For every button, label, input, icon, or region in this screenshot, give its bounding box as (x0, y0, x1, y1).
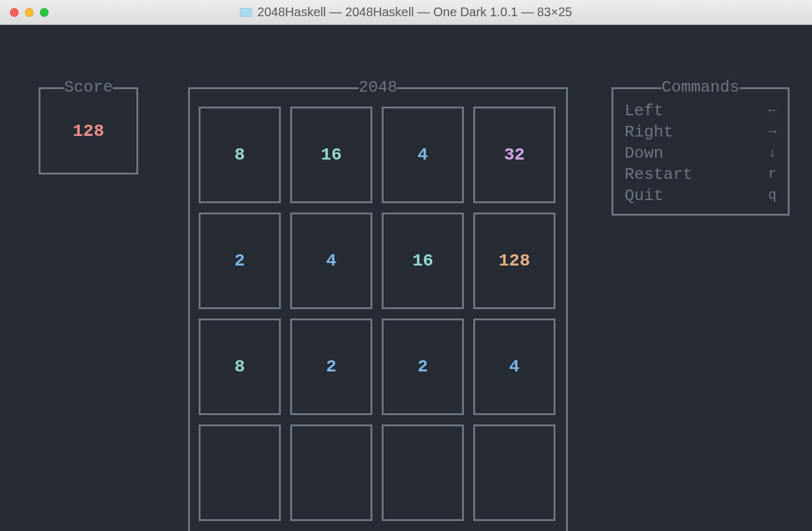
commands-label: Commands (662, 78, 740, 97)
command-name: Restart (625, 164, 692, 185)
tile-r1-c0: 2 (199, 213, 281, 309)
tile-r2-c3: 4 (473, 318, 555, 415)
command-row-left: Left← (625, 100, 777, 122)
tile-r2-c0: 8 (199, 318, 281, 415)
command-row-restart: Restartr (625, 164, 777, 185)
command-name: Left (625, 100, 663, 122)
tile-r1-c3: 128 (473, 213, 555, 309)
commands-panel: Commands Left←Right→Down↓RestartrQuitq (611, 87, 790, 216)
minimize-window-button[interactable] (25, 8, 34, 17)
command-key: q (768, 185, 777, 206)
command-key: ↓ (768, 143, 777, 164)
tile-r0-c1: 16 (290, 107, 372, 203)
command-key: ← (768, 100, 777, 122)
window-title: 2048Haskell — 2048Haskell — One Dark 1.0… (257, 5, 572, 19)
score-panel: Score 128 (39, 87, 138, 175)
commands-list: Left←Right→Down↓RestartrQuitq (613, 89, 788, 213)
command-row-right: Right→ (625, 122, 777, 143)
window-title-wrap: 2048Haskell — 2048Haskell — One Dark 1.0… (0, 5, 812, 19)
score-value: 128 (40, 89, 136, 173)
folder-icon (240, 8, 252, 17)
terminal-area[interactable]: Score 128 2048 81643224161288224 Command… (0, 25, 812, 531)
command-row-quit: Quitq (625, 185, 777, 206)
score-label: Score (64, 78, 113, 97)
tile-r3-c1 (290, 424, 372, 521)
tile-r2-c1: 2 (290, 318, 372, 415)
tile-r3-c2 (382, 424, 464, 521)
close-window-button[interactable] (10, 8, 19, 17)
tile-r3-c0 (199, 424, 281, 521)
command-key: → (768, 122, 777, 143)
tile-r1-c1: 4 (290, 213, 372, 309)
command-name: Down (625, 143, 663, 164)
tile-r0-c0: 8 (199, 107, 281, 203)
zoom-window-button[interactable] (40, 8, 49, 17)
tile-r0-c2: 4 (382, 107, 464, 203)
command-key: r (768, 164, 777, 185)
traffic-lights (10, 8, 49, 17)
tile-r3-c3 (473, 424, 555, 521)
command-name: Right (625, 122, 673, 143)
game-panel: 2048 81643224161288224 (188, 87, 568, 531)
tile-r2-c2: 2 (382, 318, 464, 415)
command-row-down: Down↓ (625, 143, 777, 164)
command-name: Quit (625, 185, 663, 206)
tile-r1-c2: 16 (382, 213, 464, 309)
game-grid: 81643224161288224 (190, 89, 566, 531)
window-titlebar: 2048Haskell — 2048Haskell — One Dark 1.0… (0, 0, 812, 25)
tile-r0-c3: 32 (473, 107, 555, 203)
game-label: 2048 (359, 78, 397, 97)
